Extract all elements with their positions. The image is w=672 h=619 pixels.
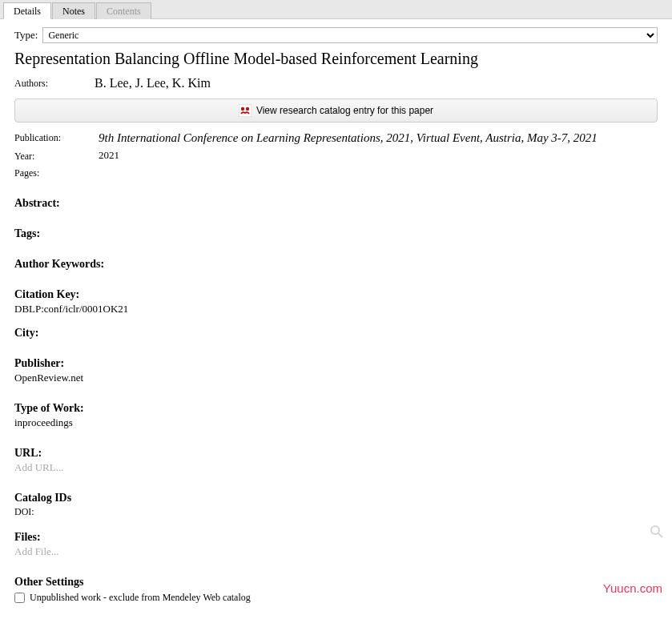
files-add[interactable]: Add File... xyxy=(14,545,658,558)
catalog-ids-label: Catalog IDs xyxy=(14,492,658,504)
paper-title[interactable]: Representation Balancing Offline Model-b… xyxy=(14,50,658,68)
tags-section: Tags: xyxy=(14,227,658,240)
pages-row: Pages: xyxy=(14,166,658,179)
type-label: Type: xyxy=(14,29,38,42)
publisher-value[interactable]: OpenReview.net xyxy=(14,372,658,384)
publication-label: Publication: xyxy=(14,131,87,146)
url-label: URL: xyxy=(14,447,658,460)
type-of-work-value[interactable]: inproceedings xyxy=(14,416,658,429)
files-section: Files: Add File... xyxy=(14,531,658,558)
tab-contents[interactable]: Contents xyxy=(96,2,151,19)
svg-line-4 xyxy=(658,533,662,537)
catalog-ids-section: Catalog IDs DOI: xyxy=(14,492,658,518)
search-icon[interactable] xyxy=(650,525,664,539)
details-panel: Type: Generic Representation Balancing O… xyxy=(0,19,672,612)
mendeley-icon xyxy=(239,104,251,117)
type-of-work-section: Type of Work: inproceedings xyxy=(14,402,658,429)
citation-key-label: Citation Key: xyxy=(14,288,658,301)
view-catalog-label: View research catalog entry for this pap… xyxy=(256,105,433,116)
publisher-label: Publisher: xyxy=(14,357,658,370)
tab-notes[interactable]: Notes xyxy=(52,2,95,19)
tab-details[interactable]: Details xyxy=(3,2,51,19)
authors-label: Authors: xyxy=(14,76,87,90)
view-catalog-button[interactable]: View research catalog entry for this pap… xyxy=(14,98,658,123)
unpublished-label: Unpublished work - exclude from Mendeley… xyxy=(30,592,251,604)
authors-row: Authors: B. Lee, J. Lee, K. Kim xyxy=(14,76,658,90)
tags-label: Tags: xyxy=(14,227,658,240)
type-row: Type: Generic xyxy=(14,27,658,43)
citation-key-value[interactable]: DBLP:conf/iclr/0001OK21 xyxy=(14,303,658,316)
svg-rect-0 xyxy=(239,104,251,117)
url-add[interactable]: Add URL... xyxy=(14,461,658,474)
publication-value[interactable]: 9th International Conference on Learning… xyxy=(87,131,598,146)
abstract-section: Abstract: xyxy=(14,197,658,210)
other-settings-label: Other Settings xyxy=(14,576,658,589)
author-keywords-section: Author Keywords: xyxy=(14,258,658,271)
files-label: Files: xyxy=(14,531,658,544)
publication-row: Publication: 9th International Conferenc… xyxy=(14,131,658,146)
abstract-label: Abstract: xyxy=(14,197,658,210)
author-keywords-label: Author Keywords: xyxy=(14,258,658,271)
unpublished-checkbox[interactable] xyxy=(14,593,25,603)
publisher-section: Publisher: OpenReview.net xyxy=(14,357,658,384)
svg-point-2 xyxy=(246,107,249,111)
type-select[interactable]: Generic xyxy=(42,27,658,43)
svg-point-3 xyxy=(651,526,659,534)
year-label: Year: xyxy=(14,149,87,163)
doi-label[interactable]: DOI: xyxy=(14,506,658,518)
year-row: Year: 2021 xyxy=(14,149,658,163)
tab-bar: Details Notes Contents xyxy=(0,0,672,19)
citation-key-section: Citation Key: DBLP:conf/iclr/0001OK21 xyxy=(14,288,658,316)
city-label: City: xyxy=(14,327,658,340)
pages-label: Pages: xyxy=(14,166,87,179)
url-section: URL: Add URL... xyxy=(14,447,658,474)
year-value[interactable]: 2021 xyxy=(87,149,119,163)
unpublished-row[interactable]: Unpublished work - exclude from Mendeley… xyxy=(14,592,658,604)
svg-point-1 xyxy=(241,107,244,111)
other-settings-section: Other Settings Unpublished work - exclud… xyxy=(14,576,658,604)
watermark: Yuucn.com xyxy=(603,581,662,595)
city-section: City: xyxy=(14,327,658,340)
authors-value[interactable]: B. Lee, J. Lee, K. Kim xyxy=(87,76,211,90)
type-of-work-label: Type of Work: xyxy=(14,402,658,415)
